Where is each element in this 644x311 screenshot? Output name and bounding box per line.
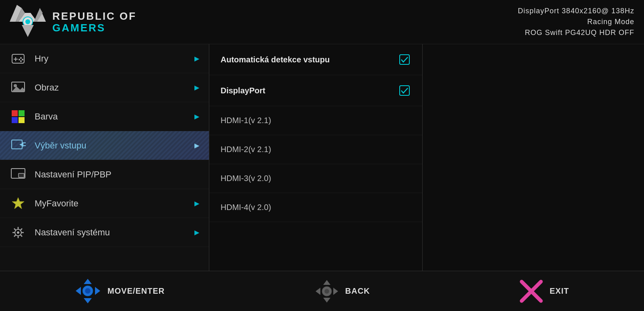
obraz-icon — [10, 79, 27, 96]
svg-marker-7 — [22, 25, 34, 37]
middle-panel: Automatická detekce vstupu DisplayPort H… — [209, 44, 423, 271]
svg-rect-26 — [19, 173, 24, 177]
svg-point-13 — [20, 60, 22, 62]
svg-rect-38 — [400, 55, 409, 64]
svg-point-12 — [19, 59, 20, 60]
svg-point-6 — [25, 19, 30, 24]
svg-point-10 — [20, 57, 22, 59]
menu-arrow-obraz: ▶ — [194, 84, 199, 91]
x-exit-icon — [520, 280, 543, 303]
bottom-bar: MOVE/ENTER BACK EXIT — [0, 271, 644, 311]
menu-item-fav[interactable]: MyFavorite ▶ — [0, 189, 209, 218]
header-info: DisplayPort 3840x2160@ 138Hz Racing Mode… — [518, 6, 634, 38]
pip-icon — [10, 166, 27, 183]
submenu-label-hdmi4: HDMI-4(v 2.0) — [221, 203, 271, 212]
svg-rect-39 — [400, 86, 409, 95]
menu-item-hry[interactable]: Hry ▶ — [0, 44, 209, 73]
exit-action: EXIT — [520, 280, 569, 303]
menu-item-sys[interactable]: Nastavení systému ▶ — [0, 218, 209, 247]
submenu-label-hdmi1: HDMI-1(v 2.1) — [221, 116, 271, 125]
submenu-hdmi3[interactable]: HDMI-3(v 2.0) — [209, 164, 422, 193]
svg-marker-16 — [12, 87, 25, 92]
svg-marker-47 — [323, 298, 330, 303]
move-enter-label: MOVE/ENTER — [107, 286, 165, 296]
submenu-hdmi2[interactable]: HDMI-2(v 2.1) — [209, 135, 422, 164]
submenu-displayport[interactable]: DisplayPort — [209, 75, 422, 106]
sys-icon — [10, 224, 27, 241]
svg-rect-17 — [12, 110, 18, 116]
dpad-move-icon — [75, 278, 101, 304]
submenu-label-auto-detect: Automatická detekce vstupu — [221, 55, 330, 64]
menu-arrow-barva: ▶ — [194, 113, 199, 120]
svg-marker-42 — [76, 287, 81, 295]
left-panel: Hry ▶ Obraz ▶ — [0, 44, 209, 271]
menu-item-pip[interactable]: Nastavení PIP/PBP — [0, 160, 209, 189]
menu-arrow-fav: ▶ — [194, 200, 199, 207]
svg-line-36 — [21, 229, 22, 230]
svg-point-45 — [85, 288, 91, 294]
back-action: BACK — [315, 279, 370, 303]
move-enter-action: MOVE/ENTER — [75, 278, 165, 304]
svg-marker-49 — [333, 288, 338, 295]
submenu-auto-detect[interactable]: Automatická detekce vstupu — [209, 44, 422, 75]
menu-label-vstup: Výběr vstupu — [35, 140, 186, 151]
logo-line1: REPUBLIC OF — [52, 10, 136, 22]
exit-label: EXIT — [549, 286, 569, 296]
check-auto-detect — [398, 53, 411, 66]
fav-icon — [10, 195, 27, 212]
svg-line-35 — [21, 235, 22, 237]
svg-marker-41 — [84, 298, 92, 303]
logo-text: REPUBLIC OF GAMERS — [52, 10, 136, 33]
svg-rect-18 — [19, 110, 25, 116]
check-displayport — [398, 84, 411, 97]
menu-item-obraz[interactable]: Obraz ▶ — [0, 73, 209, 102]
submenu-hdmi4[interactable]: HDMI-4(v 2.0) — [209, 193, 422, 222]
logo-line2: GAMERS — [52, 22, 136, 34]
right-panel — [423, 44, 644, 271]
submenu-label-displayport: DisplayPort — [221, 86, 265, 95]
svg-marker-46 — [323, 280, 330, 285]
menu-arrow-hry: ▶ — [194, 55, 199, 62]
svg-rect-19 — [12, 117, 18, 123]
menu-label-obraz: Obraz — [35, 82, 186, 93]
menu-label-fav: MyFavorite — [35, 198, 186, 209]
back-label: BACK — [345, 286, 370, 296]
header: REPUBLIC OF GAMERS DisplayPort 3840x2160… — [0, 0, 644, 44]
menu-arrow-vstup: ▶ — [194, 142, 199, 149]
header-mode: Racing Mode — [518, 16, 634, 27]
menu-item-barva[interactable]: Barva ▶ — [0, 102, 209, 131]
barva-icon — [10, 108, 27, 125]
svg-point-51 — [324, 289, 329, 294]
menu-label-barva: Barva — [35, 111, 186, 122]
rog-logo-icon — [10, 5, 46, 39]
menu-label-pip: Nastavení PIP/PBP — [35, 169, 199, 180]
dpad-back-icon — [315, 279, 339, 303]
svg-rect-20 — [19, 117, 25, 123]
menu-label-hry: Hry — [35, 54, 186, 64]
svg-marker-48 — [316, 288, 320, 295]
svg-marker-40 — [84, 279, 92, 284]
svg-point-29 — [17, 231, 19, 234]
menu-arrow-sys: ▶ — [194, 229, 199, 236]
submenu-hdmi1[interactable]: HDMI-1(v 2.1) — [209, 106, 422, 135]
svg-marker-27 — [12, 198, 24, 209]
submenu-label-hdmi3: HDMI-3(v 2.0) — [221, 174, 271, 183]
svg-marker-43 — [95, 287, 100, 295]
svg-rect-21 — [12, 140, 22, 149]
svg-point-11 — [22, 59, 23, 60]
vstup-icon — [10, 137, 27, 154]
hry-icon — [10, 50, 27, 67]
svg-line-34 — [14, 229, 16, 230]
main-content: Hry ▶ Obraz ▶ — [0, 44, 644, 271]
logo-area: REPUBLIC OF GAMERS — [10, 5, 136, 39]
svg-line-37 — [14, 235, 16, 237]
menu-label-sys: Nastavení systému — [35, 227, 186, 238]
submenu-label-hdmi2: HDMI-2(v 2.1) — [221, 145, 271, 154]
menu-item-vstup[interactable]: Výběr vstupu ▶ — [0, 131, 209, 160]
header-connection: DisplayPort 3840x2160@ 138Hz — [518, 6, 634, 16]
svg-marker-24 — [19, 143, 23, 147]
header-device: ROG Swift PG42UQ HDR OFF — [518, 27, 634, 38]
